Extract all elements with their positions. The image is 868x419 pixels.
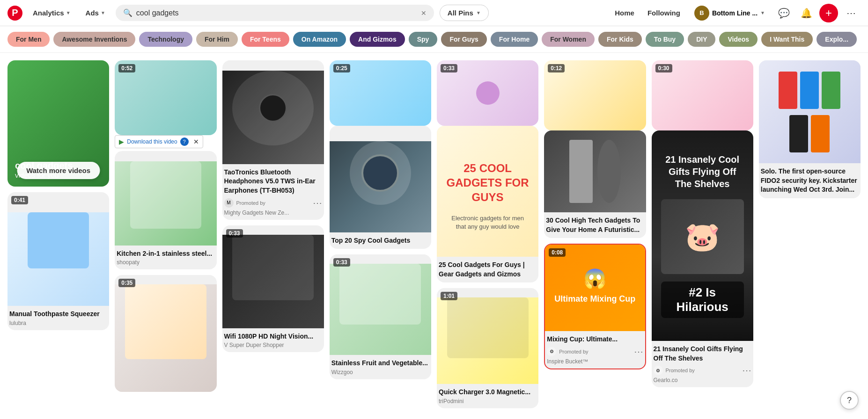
pin-image-placeholder: [544, 130, 646, 212]
usb-orange: [811, 115, 830, 152]
category-tab[interactable]: Technology: [139, 32, 192, 47]
home-link[interactable]: Home: [610, 6, 639, 20]
pin-card[interactable]: TaoTronics Bluetooth Headphones V5.0 TWS…: [222, 60, 324, 220]
main-content: cool gadgets videos for you Watch more v…: [0, 53, 868, 416]
ads-label: Ads: [86, 9, 99, 17]
pin-info: Solo. The first open-source FIDO2 securi…: [759, 163, 861, 198]
pin-title: 25 Cool Gadgets For Guys | Gear Gadgets …: [439, 260, 537, 279]
download-bar[interactable]: ▶ Download this video ? ✕: [115, 135, 203, 148]
timer-badge: 0:33: [441, 64, 457, 72]
promoter-name: Mighty Gadgets New Ze...: [224, 210, 322, 216]
help-button[interactable]: ?: [840, 391, 859, 410]
category-tab[interactable]: I Want This: [761, 32, 813, 47]
category-tab[interactable]: For Women: [542, 32, 595, 47]
promoted-logo: ⚙: [547, 347, 556, 356]
search-input[interactable]: [136, 9, 417, 17]
pin-card[interactable]: 0:35: [115, 275, 216, 392]
pin-image: [330, 141, 431, 232]
category-tab[interactable]: On Amazon: [293, 32, 346, 47]
pin-image: [222, 71, 324, 164]
timer-badge: 0:52: [118, 64, 135, 72]
pin-card[interactable]: 1:01 Quick Charger 3.0 Magnetic... triPo…: [437, 288, 538, 408]
pin-card[interactable]: 0:12: [544, 60, 646, 130]
more-button[interactable]: ⋯: [842, 4, 861, 22]
more-options-button[interactable]: ⋯: [742, 365, 751, 376]
messages-button[interactable]: 💬: [774, 4, 793, 22]
pin-card[interactable]: cool gadgets videos for you Watch more v…: [7, 60, 109, 187]
category-tab[interactable]: Explo...: [817, 32, 857, 47]
pin-title: TaoTronics Bluetooth Headphones V5.0 TWS…: [224, 168, 322, 195]
cool-guys-heading: 25 COOL GADGETS FOR GUYS: [437, 152, 538, 214]
category-tab[interactable]: Awesome Inventions: [53, 32, 135, 47]
promoter-name: Gearlo.co: [654, 377, 751, 383]
category-tab[interactable]: Spy: [409, 32, 438, 47]
timer-badge: 0:12: [548, 64, 565, 72]
pin-card[interactable]: 0:08 😱 Ultimate Mixing Cup Mixing Cup: U…: [544, 244, 646, 369]
category-tab[interactable]: For Men: [7, 32, 50, 47]
notifications-button[interactable]: 🔔: [797, 4, 816, 22]
pin-card[interactable]: 0:33 Wifi 1080P HD Night Vision... V Sup…: [222, 225, 324, 353]
pin-card[interactable]: 30 Cool High Tech Gadgets To Give Your H…: [544, 130, 646, 238]
all-pins-button[interactable]: All Pins ▼: [440, 5, 489, 21]
pin-image: [437, 297, 538, 384]
category-tab[interactable]: DIY: [688, 32, 715, 47]
pin-info: 25 Cool Gadgets For Guys | Gear Gadgets …: [437, 257, 538, 282]
pin-card[interactable]: 0:25: [330, 60, 431, 126]
usb-red: [779, 72, 797, 109]
add-button[interactable]: +: [819, 4, 838, 22]
pin-image: [759, 60, 861, 163]
close-icon[interactable]: ✕: [193, 138, 199, 145]
category-tab[interactable]: And Gizmos: [350, 32, 405, 47]
category-tab[interactable]: For Teens: [242, 32, 289, 47]
promoted-row: ⚙ Promoted by ⋯: [547, 346, 643, 357]
pin-image: [7, 212, 109, 306]
timer-badge: 0:33: [226, 229, 243, 238]
category-tab[interactable]: For Kids: [598, 32, 642, 47]
hilarious-label: #2 Is Hilarious: [661, 282, 744, 318]
category-tabs: For MenAwesome InventionsTechnologyFor H…: [0, 26, 868, 53]
timer-badge: 1:01: [441, 292, 457, 300]
pins-grid: cool gadgets videos for you Watch more v…: [7, 60, 861, 408]
pin-card[interactable]: 0:33 Stainless Fruit and Vegetable... Wi…: [330, 254, 431, 379]
timer-badge: 0:08: [549, 248, 566, 257]
pinterest-logo[interactable]: P: [7, 6, 22, 21]
analytics-label: Analytics: [33, 9, 64, 17]
search-bar[interactable]: 🔍 ✕: [116, 5, 434, 21]
following-link[interactable]: Following: [643, 6, 685, 20]
watch-more-button[interactable]: Watch more videos: [17, 162, 100, 179]
clear-search-icon[interactable]: ✕: [421, 9, 427, 17]
pin-source: Wizzgoo: [331, 369, 429, 376]
pin-card[interactable]: 0:30: [652, 60, 753, 130]
pin-card[interactable]: Solo. The first open-source FIDO2 securi…: [759, 60, 861, 198]
timer-badge: 0:41: [11, 196, 28, 204]
pin-card[interactable]: 0:52: [115, 60, 216, 135]
timer-badge: 0:33: [333, 258, 350, 267]
pin-image-placeholder: [232, 235, 314, 300]
category-tab[interactable]: For Him: [196, 32, 238, 47]
analytics-nav[interactable]: Analytics ▼: [28, 6, 75, 20]
pin-image: [115, 284, 216, 392]
pig-image-placeholder: 🐷: [661, 199, 744, 274]
category-tab[interactable]: For Guys: [441, 32, 486, 47]
pin-image: 25 COOL GADGETS FOR GUYS Electronic gadg…: [437, 126, 538, 257]
category-tab[interactable]: For Home: [491, 32, 538, 47]
earphone-shape: [259, 94, 287, 122]
pin-card[interactable]: 21 Insanely Cool Gifts Flying Off The Sh…: [652, 130, 753, 387]
pin-card[interactable]: Top 20 Spy Cool Gadgets: [330, 126, 431, 249]
promoted-logo: M: [224, 198, 234, 208]
pin-card[interactable]: 0:33: [437, 60, 538, 126]
category-tab[interactable]: Videos: [719, 32, 758, 47]
category-tab[interactable]: To Buy: [646, 32, 684, 47]
pin-source: V Super Duper Shopper: [224, 342, 322, 348]
pin-card[interactable]: 0:41 Manual Toothpaste Squeezer lulubra: [7, 192, 109, 330]
ads-nav[interactable]: Ads ▼: [81, 6, 110, 20]
analytics-chevron-icon: ▼: [66, 10, 71, 15]
pin-card[interactable]: 25 COOL GADGETS FOR GUYS Electronic gadg…: [437, 126, 538, 282]
pin-image: [222, 235, 324, 328]
more-options-button[interactable]: ⋯: [634, 346, 643, 357]
pin-image-placeholder: [447, 297, 529, 358]
pin-image-content: 21 Insanely Cool Gifts Flying Off The Sh…: [661, 153, 744, 318]
pin-card[interactable]: Kitchen 2-in-1 stainless steel... shoopa…: [115, 151, 216, 269]
more-options-button[interactable]: ⋯: [313, 197, 322, 209]
user-menu-button[interactable]: B Bottom Line ... ▼: [689, 3, 771, 23]
